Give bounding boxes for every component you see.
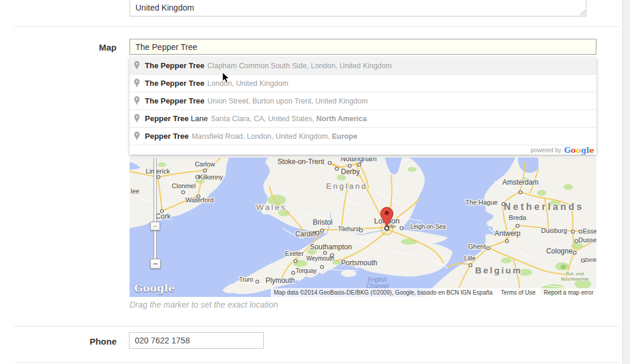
divider — [14, 326, 619, 326]
powered-by-google: powered by Google — [130, 145, 596, 155]
phone-input[interactable]: 020 7622 1758 — [129, 332, 264, 349]
map-label-country: England — [326, 182, 368, 191]
map-city-dot — [320, 265, 323, 268]
map-label-city: Bristol — [313, 218, 332, 226]
map-label-city: Leigh-on-Sea — [410, 223, 446, 230]
map-label-city: Southampton — [310, 243, 352, 251]
map-city-dot — [579, 230, 582, 233]
map-label-city: Zentr — [584, 257, 596, 263]
suggestion-address: Union Street, Burton upon Trent, United … — [207, 97, 367, 105]
zoom-out-button[interactable]: − — [150, 259, 161, 269]
map-city-dot — [519, 191, 522, 193]
pin-icon — [134, 96, 140, 106]
map-field-label: Map — [0, 42, 117, 52]
map-label-city: Derby — [341, 168, 360, 176]
map-label-city: Tilehurst — [338, 226, 360, 232]
divider — [14, 26, 619, 27]
zoom-slider-track[interactable] — [154, 158, 157, 261]
map-label-park: Rot- und — [566, 271, 584, 276]
powered-by-text: powered by — [531, 147, 562, 153]
pin-icon — [134, 61, 140, 71]
map-label-city: Nottingham — [340, 158, 376, 163]
map-label-city: Exeter — [285, 250, 304, 257]
map-city-dot — [197, 195, 200, 198]
map-city-dot — [316, 231, 319, 234]
terms-of-use-link[interactable]: Terms of Use — [501, 289, 536, 296]
map-city-dot — [160, 209, 163, 212]
map-label-park: Bruchbachtal — [561, 276, 589, 282]
map-city-dot — [359, 229, 362, 232]
suggestion-name: The Pepper Tree — [145, 61, 204, 70]
phone-field-label: Phone — [0, 336, 117, 346]
map-city-dot — [575, 239, 578, 242]
page-scrollbar[interactable] — [622, 0, 630, 364]
map-label-city: Antwerp — [495, 229, 520, 238]
map-label-country: Netherlands — [504, 202, 584, 212]
map-city-dot — [195, 175, 198, 178]
map-label-city: Limerick — [146, 168, 170, 175]
map-canvas[interactable]: leeLimerickCarlowKilkennyClonmelWaterfor… — [130, 158, 596, 297]
autocomplete-suggestion[interactable]: The Pepper TreeUnion Street, Burton upon… — [130, 92, 596, 110]
map-city-dot — [203, 169, 206, 172]
map-city-dot — [335, 167, 338, 170]
map-label-city: Clonmel — [172, 182, 195, 189]
map-label-city: Carlow — [195, 161, 215, 168]
map-city-dot — [502, 202, 505, 205]
map-city-dot — [323, 251, 326, 254]
suggestion-name: The Pepper Tree — [145, 96, 204, 105]
suggestion-name: Pepper Tree — [145, 132, 188, 141]
map-label-city: Torquay — [296, 268, 317, 274]
map-label-city: Kilkenny — [198, 173, 223, 181]
attribution-text: Map data ©2014 GeoBasis-DE/BKG (©2009), … — [274, 289, 493, 296]
autocomplete-dropdown: The Pepper TreeClapham Common South Side… — [130, 57, 596, 155]
map-city-dot — [571, 230, 574, 233]
map-label-city: The Hague — [466, 199, 498, 206]
map-city-dot — [505, 239, 508, 242]
autocomplete-suggestion[interactable]: The Pepper TreeClapham Common South Side… — [130, 57, 596, 75]
pin-icon — [134, 78, 140, 88]
suggestion-address: Mansfield Road, London, United Kingdom, … — [191, 132, 357, 141]
map-city-dot — [256, 280, 258, 283]
map-label-city: Ghent — [468, 243, 486, 250]
map-label-city: Cardiff — [295, 230, 316, 238]
map-city-dot — [320, 229, 323, 232]
map-label-city: Duisburg — [541, 227, 567, 234]
map-city-dot — [581, 259, 584, 262]
map-label-city: Weymouth — [306, 255, 334, 262]
suggestion-name: Pepper Tree Lane — [145, 114, 208, 123]
map-city-dot — [294, 259, 297, 262]
map-help-text: Drag the marker to set the exact locatio… — [130, 300, 278, 309]
map-label-country: Wales — [256, 203, 287, 212]
map-city-dot — [486, 246, 489, 249]
suggestion-address: London, United Kingdom — [207, 79, 289, 88]
suggestion-name: The Pepper Tree — [145, 79, 204, 88]
map-label-city: Portsmouth — [341, 259, 377, 267]
map-city-dot — [400, 226, 403, 229]
address-textarea[interactable]: United Kingdom — [130, 0, 586, 16]
map-city-dot — [291, 271, 294, 274]
pin-icon — [134, 131, 140, 141]
map-label-city: Breda — [509, 214, 526, 221]
report-map-error-link[interactable]: Report a map error — [544, 289, 593, 296]
page: { "form": { "address": { "value": "Unite… — [0, 0, 630, 364]
map-city-dot — [157, 175, 160, 178]
map-label-city: Plymouth — [266, 276, 295, 285]
map-label-city: Cologne — [546, 247, 573, 255]
autocomplete-suggestion[interactable]: Pepper Tree LaneSanta Clara, CA, United … — [130, 110, 596, 128]
map-label-city: lee — [131, 188, 140, 195]
map-search-input[interactable]: The Pepper Tree — [130, 39, 596, 55]
map-label-water: English — [368, 276, 387, 283]
autocomplete-suggestion[interactable]: Pepper TreeMansfield Road, London, Unite… — [130, 128, 596, 145]
map-label-city: Dussel — [578, 236, 596, 243]
map-label-city: Truro — [239, 276, 253, 283]
map-label-country: Belgium — [475, 265, 522, 275]
zoom-slider-thumb[interactable] — [150, 222, 160, 231]
autocomplete-suggestion[interactable]: The Pepper TreeLondon, United Kingdom — [130, 75, 596, 92]
map-attribution: Map data ©2014 GeoBasis-DE/BKG (©2009), … — [271, 288, 596, 297]
map-city-dot — [330, 253, 333, 256]
map-label-city: Lille — [464, 255, 476, 262]
map-city-dot — [348, 164, 351, 167]
resize-handle-icon[interactable] — [579, 9, 586, 16]
suggestion-address: Clapham Common South Side, London, Unite… — [207, 62, 392, 70]
map-city-dot — [573, 251, 576, 254]
